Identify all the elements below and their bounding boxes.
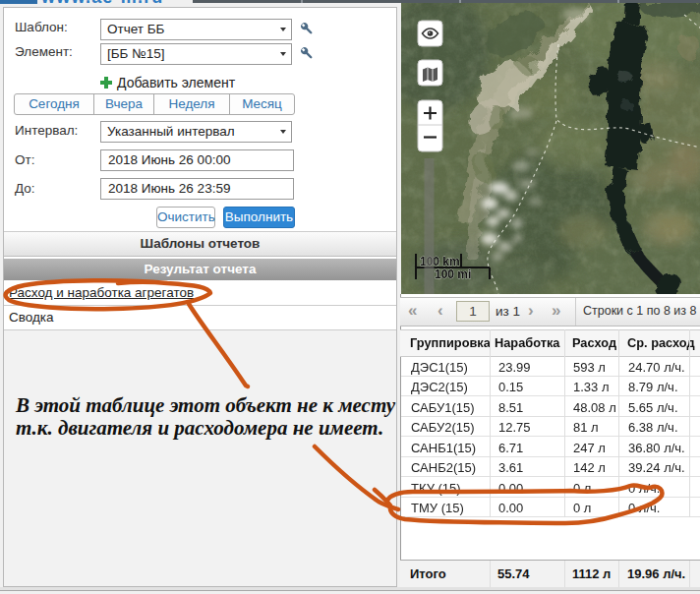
svg-text:100 mi: 100 mi: [435, 267, 471, 281]
